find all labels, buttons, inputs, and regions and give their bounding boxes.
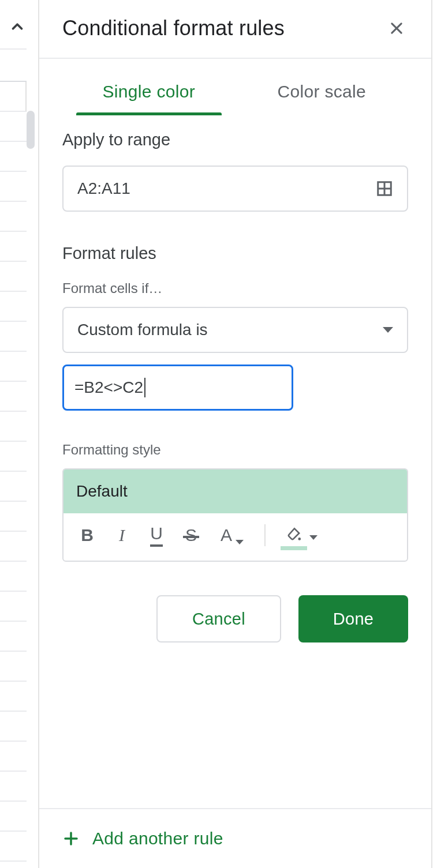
condition-value: Custom formula is: [77, 321, 208, 339]
footer-buttons: Cancel Done: [62, 595, 408, 642]
italic-button[interactable]: I: [111, 523, 133, 548]
style-preview[interactable]: Default: [64, 469, 407, 513]
bold-button[interactable]: B: [76, 523, 98, 548]
conditional-format-panel: Conditional format rules Single color Co…: [38, 0, 432, 868]
formatting-style-label: Formatting style: [62, 442, 408, 458]
formula-value: =B2<>C2: [74, 378, 143, 397]
tab-bar: Single color Color scale: [62, 69, 408, 114]
chevron-down-icon: [236, 540, 244, 544]
apply-to-range-label: Apply to range: [62, 130, 408, 149]
cancel-button[interactable]: Cancel: [156, 595, 281, 642]
tab-color-scale[interactable]: Color scale: [236, 69, 409, 114]
style-preview-label: Default: [76, 482, 128, 500]
chevron-down-icon: [309, 535, 318, 540]
tab-single-color[interactable]: Single color: [62, 69, 236, 114]
format-cells-if-label: Format cells if…: [62, 280, 408, 296]
formatting-style-box: Default B I U S A: [62, 468, 408, 562]
close-button[interactable]: [385, 17, 408, 40]
range-value: A2:A11: [77, 179, 130, 198]
style-toolbar: B I U S A: [64, 513, 407, 561]
add-rule-label: Add another rule: [92, 829, 223, 848]
text-caret: [144, 378, 145, 397]
strikethrough-button[interactable]: S: [180, 523, 202, 548]
underline-button[interactable]: U: [145, 523, 167, 548]
svg-point-5: [298, 538, 301, 540]
toolbar-divider: [264, 524, 266, 546]
add-another-rule-button[interactable]: Add another rule: [62, 829, 408, 848]
fill-color-swatch: [281, 546, 307, 550]
select-range-icon[interactable]: [376, 180, 393, 197]
done-button[interactable]: Done: [298, 595, 408, 642]
sheet-background: [0, 81, 27, 868]
condition-select[interactable]: Custom formula is: [62, 307, 408, 353]
text-color-button[interactable]: A: [215, 523, 249, 548]
collapse-panel-chevron[interactable]: [5, 14, 30, 39]
divider: [0, 48, 27, 50]
plus-icon: [62, 830, 80, 847]
chevron-down-icon: [383, 327, 393, 333]
format-rules-label: Format rules: [62, 244, 408, 263]
panel-header: Conditional format rules: [39, 0, 431, 59]
fill-color-button[interactable]: [281, 523, 323, 548]
formula-input[interactable]: =B2<>C2: [62, 365, 293, 411]
fill-bucket-icon: [286, 527, 302, 543]
panel-title: Conditional format rules: [62, 16, 285, 40]
vertical-scrollbar-thumb[interactable]: [27, 111, 35, 149]
range-input[interactable]: A2:A11: [62, 166, 408, 212]
